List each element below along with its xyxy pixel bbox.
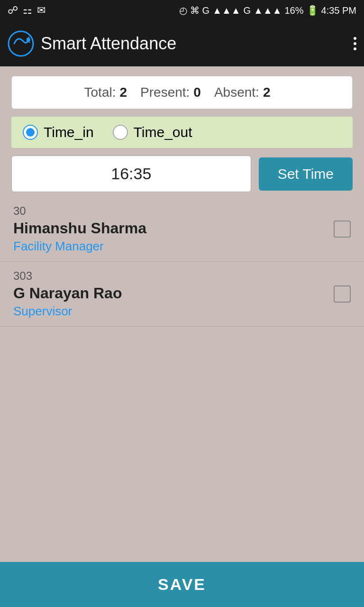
signal2-icon: ▲▲▲ bbox=[254, 5, 282, 16]
menu-dot-3 bbox=[354, 47, 356, 50]
wifi-icon: ⌘ bbox=[190, 5, 200, 16]
present-label: Present: bbox=[140, 85, 190, 100]
status-right: ◴ ⌘ G ▲▲▲ G ▲▲▲ 16% 🔋 4:35 PM bbox=[179, 5, 356, 16]
absent-label: Absent: bbox=[214, 85, 259, 100]
table-row: 303 G Narayan Rao Supervisor bbox=[0, 262, 364, 327]
time-input[interactable] bbox=[11, 156, 251, 192]
time-mode-row: Time_in Time_out bbox=[11, 117, 353, 148]
empty-list-area bbox=[0, 327, 364, 545]
employee-checkbox-2[interactable] bbox=[334, 285, 351, 303]
save-button[interactable]: SAVE bbox=[0, 562, 364, 607]
network-g-icon: G bbox=[202, 5, 210, 16]
employee-info-1: 30 Himanshu Sharma Facility Manager bbox=[13, 204, 334, 254]
employee-name-1: Himanshu Sharma bbox=[13, 220, 334, 237]
employee-role-2: Supervisor bbox=[13, 304, 334, 319]
menu-dot-2 bbox=[354, 42, 356, 45]
battery-icon: 🔋 bbox=[307, 5, 318, 16]
overflow-menu-button[interactable] bbox=[354, 37, 356, 50]
signal-icon: ▲▲▲ bbox=[212, 5, 240, 16]
time-display: 4:35 PM bbox=[321, 5, 356, 16]
summary-bar: Total: 2 Present: 0 Absent: 2 bbox=[11, 76, 353, 109]
menu-dot-1 bbox=[354, 37, 356, 40]
employee-role-1: Facility Manager bbox=[13, 239, 334, 254]
app-bar: Smart Attendance bbox=[0, 21, 364, 66]
time-row: Set Time bbox=[11, 156, 353, 192]
absent-value: 2 bbox=[263, 85, 271, 100]
time-out-radio[interactable]: Time_out bbox=[113, 124, 192, 140]
image-icon: ⚏ bbox=[23, 4, 32, 17]
network-g2-icon: G bbox=[244, 5, 251, 16]
time-in-radio[interactable]: Time_in bbox=[23, 124, 94, 140]
app-title: Smart Attendance bbox=[41, 34, 176, 54]
svg-point-0 bbox=[9, 31, 33, 56]
total-value: 2 bbox=[119, 85, 127, 100]
employee-id-2: 303 bbox=[13, 269, 334, 283]
employee-list: 30 Himanshu Sharma Facility Manager 303 … bbox=[0, 197, 364, 562]
whatsapp-icon: ☍ bbox=[8, 4, 18, 17]
total-label: Total: bbox=[84, 85, 116, 100]
battery-label: 16% bbox=[284, 5, 303, 16]
table-row: 30 Himanshu Sharma Facility Manager bbox=[0, 197, 364, 262]
time-in-label: Time_in bbox=[44, 124, 94, 140]
time-in-radio-inner bbox=[26, 128, 35, 137]
employee-name-2: G Narayan Rao bbox=[13, 285, 334, 302]
employee-checkbox-1[interactable] bbox=[334, 221, 351, 238]
present-value: 0 bbox=[193, 85, 201, 100]
time-out-label: Time_out bbox=[134, 124, 192, 140]
status-icons: ☍ ⚏ ✉ bbox=[8, 4, 46, 17]
set-time-button[interactable]: Set Time bbox=[259, 157, 353, 191]
message-icon: ✉ bbox=[37, 4, 46, 17]
employee-id-1: 30 bbox=[13, 204, 334, 218]
time-out-radio-circle bbox=[113, 125, 128, 140]
status-bar: ☍ ⚏ ✉ ◴ ⌘ G ▲▲▲ G ▲▲▲ 16% 🔋 4:35 PM bbox=[0, 0, 364, 21]
save-button-container: SAVE bbox=[0, 562, 364, 607]
app-bar-left: Smart Attendance bbox=[8, 30, 176, 57]
alarm-icon: ◴ bbox=[179, 5, 187, 16]
app-logo-icon bbox=[8, 30, 34, 57]
employee-info-2: 303 G Narayan Rao Supervisor bbox=[13, 269, 334, 319]
time-in-radio-circle bbox=[23, 125, 38, 140]
